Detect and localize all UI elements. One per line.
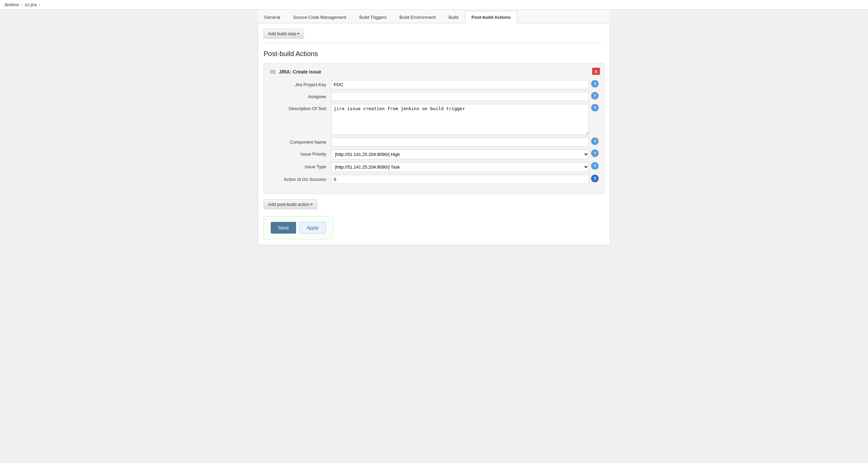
tab-build-triggers[interactable]: Build Triggers bbox=[353, 11, 393, 23]
tab-general[interactable]: General bbox=[258, 11, 286, 23]
component-name-label: Component Name bbox=[269, 137, 331, 145]
jira-project-key-row: Jira Project Key ? bbox=[269, 80, 599, 89]
assignee-field: ? bbox=[331, 92, 599, 101]
issue-type-label: Issue Type bbox=[269, 162, 331, 169]
assignee-label: Assignee bbox=[269, 92, 331, 99]
breadcrumb: Jenkins › zz-jira › bbox=[0, 0, 868, 10]
action-id-on-success-input[interactable] bbox=[331, 175, 589, 184]
jira-project-key-help[interactable]: ? bbox=[591, 80, 599, 88]
action-id-on-success-label: Action Id On Success bbox=[269, 175, 331, 182]
issue-type-row: Issue Type [http://51.141.25.204:8090/] … bbox=[269, 162, 599, 172]
drag-handle[interactable] bbox=[269, 69, 276, 74]
description-label: Description Of Test bbox=[269, 104, 331, 111]
tab-source-code-management[interactable]: Source Code Management bbox=[286, 11, 353, 23]
save-apply-area: Save Apply bbox=[264, 216, 333, 239]
component-name-field: ? bbox=[331, 137, 599, 147]
component-name-help[interactable]: ? bbox=[591, 137, 599, 145]
description-row: Description Of Test jira issue creation … bbox=[269, 104, 599, 135]
jira-project-key-input[interactable] bbox=[331, 80, 589, 89]
issue-priority-field: [http://51.141.25.204:8090/] High ? bbox=[331, 149, 599, 159]
close-jira-card-button[interactable]: x bbox=[592, 68, 600, 75]
jira-card-title: JIRA: Create issue bbox=[279, 69, 321, 75]
assignee-row: Assignee ? bbox=[269, 92, 599, 101]
jira-project-key-label: Jira Project Key bbox=[269, 80, 331, 87]
post-build-actions-title: Post-build Actions bbox=[264, 50, 604, 58]
add-build-step-button[interactable]: Add build step bbox=[264, 29, 304, 39]
issue-priority-help[interactable]: ? bbox=[591, 149, 599, 157]
tab-post-build-actions[interactable]: Post-build Actions bbox=[465, 11, 517, 23]
breadcrumb-jenkins[interactable]: Jenkins bbox=[4, 2, 19, 7]
breadcrumb-zz-jira[interactable]: zz-jira bbox=[25, 2, 37, 7]
jira-card-header: JIRA: Create issue bbox=[269, 69, 599, 75]
save-button[interactable]: Save bbox=[271, 222, 296, 234]
tab-build-environment[interactable]: Build Environment bbox=[393, 11, 442, 23]
issue-type-select[interactable]: [http://51.141.25.204:8090/] Task bbox=[331, 162, 589, 172]
add-post-build-action-button[interactable]: Add post-build action bbox=[264, 199, 317, 209]
jira-project-key-field: ? bbox=[331, 80, 599, 89]
tab-build[interactable]: Build bbox=[442, 11, 465, 23]
component-name-row: Component Name ? bbox=[269, 137, 599, 147]
issue-priority-label: Issue Priority bbox=[269, 149, 331, 157]
add-build-step-section: Add build step bbox=[264, 29, 604, 43]
add-post-build-section: Add post-build action bbox=[264, 199, 604, 209]
main-content: Add build step Post-build Actions x JIRA… bbox=[258, 23, 610, 245]
breadcrumb-sep-2: › bbox=[39, 2, 40, 7]
component-name-input[interactable] bbox=[331, 137, 589, 147]
tab-bar: General Source Code Management Build Tri… bbox=[258, 10, 610, 23]
breadcrumb-sep-1: › bbox=[21, 2, 23, 7]
action-id-on-success-field: ? bbox=[331, 175, 599, 184]
issue-type-help[interactable]: ? bbox=[591, 162, 599, 170]
apply-button[interactable]: Apply bbox=[299, 222, 326, 234]
jira-create-issue-card: x JIRA: Create issue Jira Project Key ? bbox=[264, 63, 604, 194]
description-field: jira issue creation from jenkins on buil… bbox=[331, 104, 599, 135]
assignee-help[interactable]: ? bbox=[591, 92, 599, 100]
issue-priority-select[interactable]: [http://51.141.25.204:8090/] High bbox=[331, 149, 589, 159]
action-id-on-success-row: Action Id On Success ? bbox=[269, 175, 599, 184]
action-id-on-success-help[interactable]: ? bbox=[591, 175, 599, 182]
issue-priority-row: Issue Priority [http://51.141.25.204:809… bbox=[269, 149, 599, 159]
issue-type-field: [http://51.141.25.204:8090/] Task ? bbox=[331, 162, 599, 172]
description-help[interactable]: ? bbox=[591, 104, 599, 111]
description-textarea[interactable]: jira issue creation from jenkins on buil… bbox=[331, 104, 589, 135]
assignee-input[interactable] bbox=[331, 92, 589, 101]
